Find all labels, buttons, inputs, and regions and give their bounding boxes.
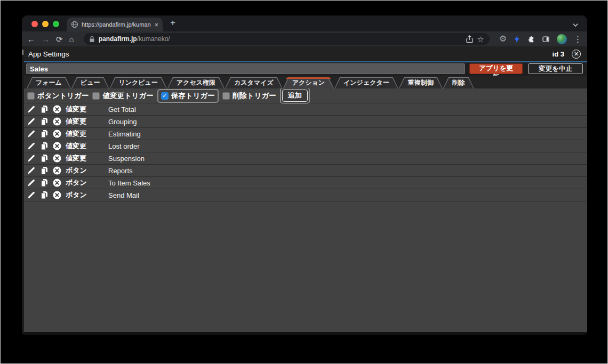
forward-button[interactable]: →	[42, 35, 50, 43]
close-window-button[interactable]	[31, 21, 38, 27]
share-icon[interactable]	[466, 35, 473, 43]
copy-icon[interactable]	[40, 191, 49, 199]
page-area: App Settings id 3 ✕ アプリを更新 変更を中止 フォーム ビュ…	[22, 46, 587, 335]
delete-x-icon[interactable]	[53, 105, 61, 114]
page-title: App Settings	[28, 50, 69, 58]
checkbox-icon[interactable]: ✓	[222, 92, 230, 100]
checkbox-icon[interactable]: ✓	[92, 92, 100, 100]
copy-icon[interactable]	[40, 105, 49, 114]
delete-x-icon[interactable]	[53, 130, 61, 138]
tab-linkview[interactable]: リンクビュー	[109, 77, 166, 88]
tab-duplicate-control[interactable]: 重複制御	[399, 77, 443, 88]
action-type: 値変更	[66, 141, 92, 151]
side-panel-icon[interactable]	[542, 35, 550, 43]
tab-strip: https://pandafirm.jp/kumaneko × +	[22, 15, 587, 31]
action-row: 値変更 Grouping	[24, 116, 587, 128]
panel-header: App Settings id 3 ✕	[24, 46, 587, 61]
reload-button[interactable]: ⟳	[56, 35, 63, 43]
delete-trigger-checkbox[interactable]: ✓ 削除トリガー	[222, 91, 276, 101]
copy-icon[interactable]	[40, 179, 49, 187]
browser-tab[interactable]: https://pandafirm.jp/kumaneko ×	[67, 18, 163, 31]
gear-extension-icon[interactable]: ⚙	[499, 35, 507, 43]
profile-avatar[interactable]	[557, 34, 567, 44]
delete-x-icon[interactable]	[53, 117, 61, 126]
favicon-globe-icon	[71, 21, 78, 28]
browser-window: https://pandafirm.jp/kumaneko × + ← → ⟳ …	[22, 15, 587, 335]
lightning-extension-icon[interactable]	[514, 35, 520, 43]
action-row: ボタン Send Mail	[24, 189, 587, 201]
action-row: 値変更 Get Total	[24, 103, 587, 116]
action-row: ボタン Reports	[24, 165, 587, 177]
tab-injector[interactable]: インジェクター	[334, 77, 398, 88]
back-button[interactable]: ←	[27, 35, 35, 43]
checkbox-label: 値変更トリガー	[102, 91, 153, 101]
action-type: 値変更	[66, 117, 92, 126]
value-change-trigger-checkbox[interactable]: ✓ 値変更トリガー	[92, 91, 153, 101]
action-name: Lost order	[108, 142, 140, 150]
bookmark-star-icon[interactable]: ☆	[477, 35, 484, 43]
lock-icon	[89, 36, 95, 43]
new-tab-button[interactable]: +	[170, 18, 175, 28]
tab-customize[interactable]: カスタマイズ	[225, 77, 283, 88]
checkbox-icon[interactable]: ✓	[161, 92, 169, 100]
action-type: 値変更	[66, 104, 92, 114]
button-trigger-checkbox[interactable]: ✓ ボタントリガー	[27, 91, 89, 101]
action-row: 値変更 Estimating	[24, 128, 587, 140]
edit-pencil-icon[interactable]	[27, 166, 36, 175]
action-name: To Item Sales	[108, 179, 150, 187]
close-panel-button[interactable]: ✕	[572, 50, 581, 59]
trigger-filter-row: ✓ ボタントリガー ✓ 値変更トリガー ✓ 保存トリガー ✓	[24, 88, 587, 103]
action-row: 値変更 Lost order	[24, 140, 587, 152]
edit-pencil-icon[interactable]	[27, 117, 36, 126]
copy-icon[interactable]	[40, 130, 49, 138]
delete-x-icon[interactable]	[53, 166, 61, 175]
edit-pencil-icon[interactable]	[27, 130, 36, 138]
cancel-changes-button[interactable]: 変更を中止	[528, 63, 583, 74]
copy-icon[interactable]	[40, 166, 49, 175]
delete-x-icon[interactable]	[53, 191, 61, 199]
tab-delete[interactable]: 削除	[443, 77, 474, 88]
action-type: 値変更	[66, 129, 92, 139]
delete-x-icon[interactable]	[53, 154, 61, 163]
copy-icon[interactable]	[40, 117, 49, 126]
url-path: /kumaneko/	[137, 35, 170, 43]
edit-pencil-icon[interactable]	[27, 154, 36, 163]
action-name: Grouping	[108, 118, 137, 126]
action-list: 値変更 Get Total 値変更 Grouping	[24, 103, 587, 201]
update-app-button[interactable]: アプリを更新	[469, 63, 523, 74]
save-trigger-checkbox[interactable]: ✓ 保存トリガー	[161, 91, 215, 101]
edit-pencil-icon[interactable]	[27, 179, 36, 187]
delete-x-icon[interactable]	[53, 142, 61, 150]
home-button[interactable]: ⌂	[69, 35, 74, 43]
edit-pencil-icon[interactable]	[27, 191, 36, 199]
browser-toolbar: ← → ⟳ ⌂ pandafirm.jp/kumaneko/ ☆ ⚙	[22, 31, 587, 46]
tab-close-icon[interactable]: ×	[154, 21, 158, 28]
zoom-window-button[interactable]	[53, 21, 59, 27]
browser-menu-icon[interactable]: ⋮	[574, 35, 582, 43]
checkbox-label: 削除トリガー	[233, 91, 276, 101]
edit-pencil-icon[interactable]	[27, 105, 36, 114]
copy-icon[interactable]	[40, 142, 49, 150]
app-name-input[interactable]	[26, 63, 465, 74]
url-domain: pandafirm.jp	[99, 35, 137, 43]
copy-icon[interactable]	[40, 154, 49, 163]
tab-search-chevron-icon[interactable]	[572, 23, 579, 27]
traffic-lights	[31, 21, 59, 27]
delete-x-icon[interactable]	[53, 179, 61, 187]
tab-form[interactable]: フォーム	[27, 77, 71, 88]
edit-pencil-icon[interactable]	[27, 142, 36, 150]
app-id-label: id 3	[553, 50, 564, 58]
add-action-button[interactable]: 追加	[282, 90, 308, 102]
minimize-window-button[interactable]	[42, 21, 49, 27]
address-bar[interactable]: pandafirm.jp/kumaneko/ ☆	[84, 33, 490, 45]
action-name: Suspension	[108, 155, 145, 163]
checkbox-icon[interactable]: ✓	[27, 92, 35, 100]
extensions-puzzle-icon[interactable]	[527, 35, 535, 43]
action-type: ボタン	[66, 166, 92, 175]
action-type: 値変更	[66, 153, 92, 163]
tab-access[interactable]: アクセス権限	[167, 77, 225, 88]
app-settings-panel: App Settings id 3 ✕ アプリを更新 変更を中止 フォーム ビュ…	[24, 46, 587, 332]
action-name: Send Mail	[108, 191, 139, 199]
tab-action[interactable]: アクション	[283, 77, 334, 88]
tab-view[interactable]: ビュー	[71, 77, 109, 88]
